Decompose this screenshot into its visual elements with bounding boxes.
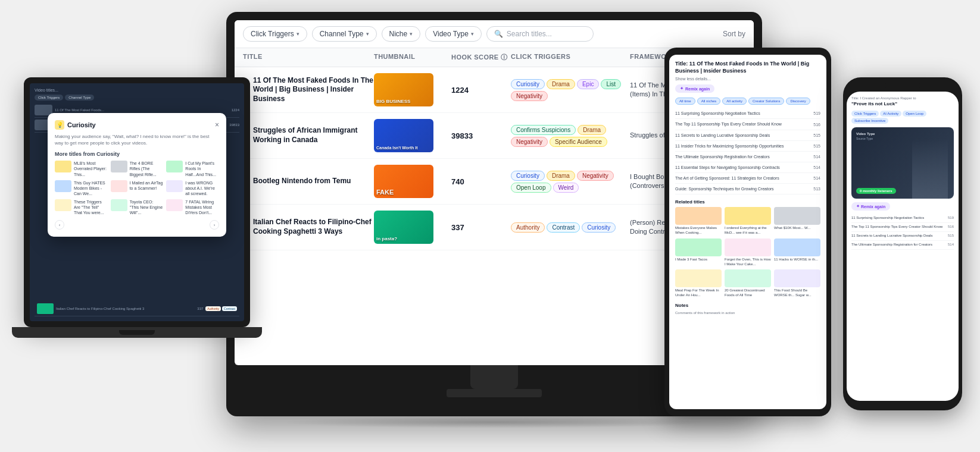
tablet-related-item: What $10K Most... W...	[774, 207, 820, 236]
tablet-filter-chip[interactable]: All niches	[697, 98, 721, 105]
tablet-frame: Title: 11 Of The Most Faked Foods In The…	[664, 48, 831, 416]
popup-card: These Triggers Are "The Tell" That You w…	[55, 199, 108, 215]
popup-card-thumb	[111, 161, 127, 172]
phone-screen: Title: I Created an Anonymous Rapper to …	[847, 92, 959, 401]
tablet-filter-chip[interactable]: Creator Solutions	[748, 98, 784, 105]
phone-video-thumbnail: Video Type Source Type 0 monthly listene…	[851, 127, 954, 199]
tablet-related-item: 11 Hacks to WORSE in th...	[774, 238, 820, 267]
phone-person-image	[912, 139, 948, 199]
popup-icon: 💡	[55, 120, 64, 130]
col-hook-score: Hook Score ⓘ	[451, 53, 511, 62]
click-triggers-tags: Curiosity Drama Negativity Open Loop Wei…	[511, 171, 630, 193]
popup-card-title: This Guy HATES Modern Bikes - Can We...	[74, 180, 108, 196]
popup-card-title: I Mailed an AirTag to a Scammer!	[130, 180, 164, 191]
click-triggers-filter[interactable]: Click Triggers ▾	[243, 26, 307, 42]
tag-authority: Authority	[511, 222, 545, 233]
tag-curiosity: Curiosity	[511, 171, 545, 181]
laptop-ui: Video titles... Click Triggers Channel T…	[30, 83, 244, 321]
col-thumbnail: Thumbnail	[374, 53, 451, 62]
popup-close-button[interactable]: ×	[215, 121, 219, 129]
hook-score: 337	[451, 223, 511, 232]
laptop-bottom-rows: Italian Chef Reacts to Filipino-Chef Coo…	[35, 302, 239, 316]
popup-next-button[interactable]: ›	[210, 220, 219, 230]
video-type-filter[interactable]: Video Type ▾	[425, 26, 482, 42]
laptop-chip: Channel Type	[65, 95, 94, 101]
tablet-notes-text: Comments of this framework in action	[675, 310, 820, 315]
tag-drama: Drama	[578, 125, 606, 135]
phone-chip: Open Loop	[903, 111, 926, 117]
row-thumbnail: FAKE	[374, 165, 433, 198]
popup-card-thumb	[55, 199, 71, 211]
phone-list-item: The Top 11 Sponsorship Tips Every Creato…	[851, 223, 954, 232]
tag-curiosity: Curiosity	[511, 79, 545, 89]
tablet-screen: Title: 11 Of The Most Faked Foods In The…	[669, 55, 826, 409]
tablet-list: 11 Surprising Sponsorship Negotiation Ta…	[675, 108, 820, 194]
popup-more-titles-label: More titles from Curiosity	[55, 151, 219, 157]
row-thumbnail: in pasta?	[374, 211, 433, 244]
popup-navigation: ‹ ›	[55, 220, 219, 230]
tablet-device: Title: 11 Of The Most Faked Foods In The…	[664, 48, 831, 416]
tablet-list-item: 11 Surprising Sponsorship Negotiation Ta…	[675, 108, 820, 119]
laptop-chip: Click Triggers	[35, 95, 63, 101]
tag-negativity: Negativity	[511, 91, 548, 101]
popup-card-thumb	[55, 180, 71, 192]
laptop-notch	[119, 330, 155, 335]
tablet-notes-section: Notes Comments of this framework in acti…	[675, 303, 820, 315]
tablet-related-item: This Food Should Be WORSE th... Sugar w.…	[774, 269, 820, 298]
phone-notch	[885, 83, 920, 88]
laptop-body	[12, 327, 262, 338]
chevron-down-icon: ▾	[297, 31, 299, 37]
popup-description: Making your audience say, "Wait, what? I…	[55, 133, 219, 146]
tablet-list-item: The Top 11 Sponsorship Tips Every Creato…	[675, 119, 820, 130]
popup-prev-button[interactable]: ‹	[55, 220, 64, 230]
tablet-related-item: 20 Greatest Discontinued Foods of All Ti…	[725, 269, 771, 298]
phone-video-title: "Prove its not Luck"	[851, 101, 954, 107]
popup-card-thumb	[166, 161, 183, 172]
tag-weird: Weird	[553, 183, 579, 193]
hook-score: 1224	[451, 86, 511, 95]
phone-device: Title: I Created an Anonymous Rapper to …	[843, 77, 962, 410]
laptop-filter-row: Click Triggers Channel Type	[35, 95, 239, 101]
popup-header: 💡 Curiosity ×	[55, 120, 219, 130]
tablet-filter-row: All time All niches All activity Creator…	[675, 98, 820, 105]
popup-card: The 4 BORE Rifles (The Biggest Rifle...	[111, 161, 164, 177]
tag-list: List	[601, 79, 621, 89]
popup-title-row: 💡 Curiosity	[55, 120, 96, 130]
laptop-ui-header: Video titles...	[35, 88, 239, 92]
tablet-related-grid: Mistakes Everyone Makes When Cooking... …	[675, 207, 820, 298]
monitor-base	[447, 389, 542, 397]
laptop-bottom-row: Italian Chef Reacts to Filipino-Chef Coo…	[35, 302, 239, 316]
tablet-filter-chip[interactable]: All activity	[722, 98, 747, 105]
niche-filter[interactable]: Niche ▾	[382, 26, 421, 42]
channel-type-filter[interactable]: Channel Type ▾	[312, 26, 377, 42]
popup-card-thumb	[55, 161, 71, 172]
curiosity-popup: 💡 Curiosity × Making your audience say, …	[48, 113, 226, 237]
popup-card: This Guy HATES Modern Bikes - Can We...	[55, 180, 108, 196]
popup-card-thumb	[166, 199, 183, 211]
tablet-list-item: Guide: Sponsorship Techniques for Growin…	[675, 184, 820, 194]
tablet-related-section-title: Related titles	[675, 199, 820, 205]
tablet-filter-chip[interactable]: Discovery	[786, 98, 810, 105]
chevron-down-icon: ▾	[471, 31, 474, 37]
tablet-list-item: The Ultimate Sponsorship Registration fo…	[675, 152, 820, 162]
phone-filter-row: Click Triggers AI Activity Open Loop Sub…	[851, 111, 954, 124]
popup-card-title: Toyota CEO: "This New Engine Will"...	[130, 199, 164, 215]
popup-card: MLB's Most Overrated Player: This...	[55, 161, 108, 177]
laptop-screen-frame: Video titles... Click Triggers Channel T…	[24, 77, 250, 327]
row-title: Struggles of African Immigrant Working i…	[253, 126, 374, 145]
search-input[interactable]: 🔍 Search titles...	[486, 26, 594, 42]
popup-cards-grid: MLB's Most Overrated Player: This... The…	[55, 161, 219, 215]
phone-remix-button[interactable]: ✦ Remix again	[851, 202, 890, 211]
tablet-remix-button[interactable]: ✦ Remix again	[675, 84, 714, 93]
popup-card: I Mailed an AirTag to a Scammer!	[111, 180, 164, 196]
popup-title: Curiosity	[67, 121, 96, 128]
popup-card: I Cut My Plant's Roots In Half...And Thi…	[166, 161, 219, 177]
tablet-title: Title: 11 Of The Most Faked Foods In The…	[675, 61, 820, 74]
chevron-down-icon: ▾	[366, 31, 369, 37]
popup-card-title: 7 FATAL Wiring Mistakes Most DIYers Don'…	[185, 199, 219, 215]
tablet-filter-chip[interactable]: All time	[675, 98, 695, 105]
tag-curiosity: Curiosity	[582, 222, 616, 233]
lightbulb-icon: 💡	[57, 122, 63, 128]
tag-contrast: Contrast	[547, 222, 580, 233]
popup-card: Toyota CEO: "This New Engine Will"...	[111, 199, 164, 215]
